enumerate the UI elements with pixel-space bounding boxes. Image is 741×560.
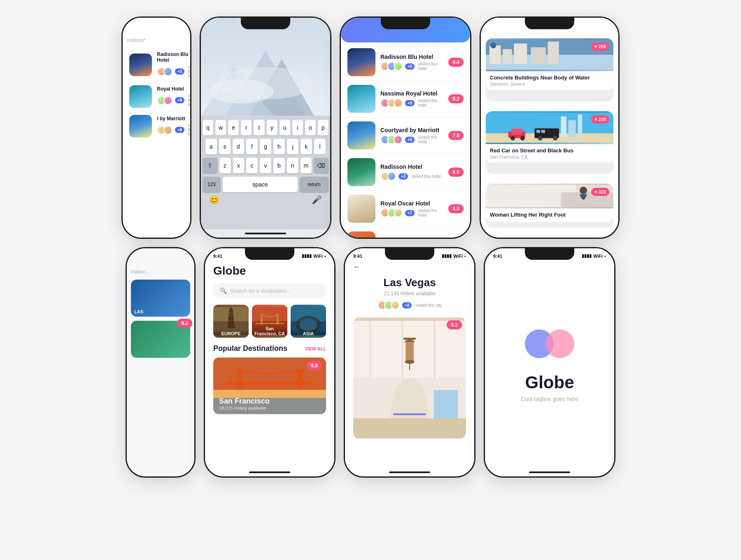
hotel-list-item[interactable]: Nassima Royal Hotel +9 visited this hote… — [341, 81, 470, 117]
venn-diagram — [525, 327, 574, 360]
popular-title: Popular Destinations — [213, 344, 287, 353]
phone-notch — [245, 248, 294, 260]
battery-icon: ▪ — [464, 254, 466, 259]
search-partial: ination... — [131, 269, 190, 275]
key-n[interactable]: n — [287, 158, 298, 173]
keyboard-phone: q w e r t y u i o p a s d f g h — [200, 16, 331, 239]
shift-key[interactable]: ⇧ — [203, 158, 217, 173]
key-f[interactable]: f — [246, 139, 258, 154]
hotel-list-item[interactable]: Radisson Blu Hotel +5 visited this hotel… — [341, 44, 470, 80]
hotel-rating: 7.8 — [448, 131, 464, 140]
continent-asia[interactable]: ASIA — [291, 305, 326, 338]
back-button[interactable]: ← — [353, 263, 466, 271]
view-all-button[interactable]: VIEW ALL — [305, 346, 326, 351]
hotel-list-item[interactable]: Radisson Hotel +3 visited this hotel 6.0 — [341, 154, 470, 190]
svg-rect-69 — [353, 418, 466, 439]
hotel-thumb — [347, 121, 375, 149]
key-q[interactable]: q — [203, 120, 213, 135]
phone-notch — [525, 248, 574, 260]
visited-label: visited this hotel — [418, 135, 443, 144]
rating-badge: 9.2 — [177, 319, 192, 328]
visitor-count: +6 — [175, 127, 184, 133]
card-subtitle-2: San Francisco, CA — [490, 154, 609, 159]
wifi-icon: WiFi — [453, 254, 463, 259]
avatar — [394, 208, 403, 217]
visitor-count: +8 — [402, 302, 412, 308]
home-indicator — [389, 471, 430, 473]
hotel-name: Nassima Royal Hotel — [380, 90, 443, 97]
avatar — [394, 135, 403, 144]
key-s[interactable]: s — [219, 139, 231, 154]
home-indicator — [529, 471, 570, 473]
page-subtitle: inations* — [127, 37, 186, 43]
svg-rect-51 — [298, 370, 303, 388]
visitor-count: +6 — [405, 137, 415, 143]
key-v[interactable]: v — [260, 158, 271, 173]
hotel-list-item[interactable]: Courtyard by Marriott +6 visited this ho… — [341, 117, 470, 154]
destination-hotels: 18,015 Hotels available — [219, 406, 270, 411]
search-bar[interactable]: 🔍 Search for a destination... — [213, 283, 326, 298]
continent-america[interactable]: San Francisco, CA — [252, 305, 287, 338]
svg-rect-20 — [511, 128, 522, 134]
key-h[interactable]: h — [273, 139, 285, 154]
destination-card-sf[interactable]: San Francisco 18,015 Hotels available 8.… — [213, 357, 326, 415]
visitor-count: +7 — [405, 210, 415, 216]
key-p[interactable]: p — [318, 120, 329, 135]
hotel-rating: 8.4 — [448, 58, 464, 67]
key-k[interactable]: k — [301, 139, 312, 154]
globe-main-phone: 9:41 ▮▮▮▮ WiFi ▪ Globe 🔍 Search for a de… — [204, 247, 336, 478]
key-j[interactable]: j — [287, 139, 298, 154]
key-a[interactable]: a — [205, 139, 217, 154]
visited-label: visited this hotel — [188, 93, 191, 107]
key-w[interactable]: w — [215, 120, 226, 135]
numbers-key[interactable]: 123 — [203, 177, 221, 192]
card-title-3: Woman Lifting Her Right Foot — [490, 212, 609, 218]
key-i[interactable]: i — [292, 120, 303, 135]
key-g[interactable]: g — [260, 139, 271, 154]
card-title-2: Red Car on Street and Black Bus — [490, 147, 609, 154]
key-u[interactable]: u — [280, 120, 290, 135]
key-l[interactable]: l — [314, 139, 326, 154]
hotel-thumb — [347, 158, 375, 186]
avatar — [394, 62, 403, 71]
mic-icon[interactable]: 🎤 — [312, 195, 322, 205]
key-b[interactable]: b — [273, 158, 285, 173]
photo-card[interactable]: ♥ 220 Red Car on Street and Black Bus Sa… — [486, 111, 613, 174]
signal-icon: ▮▮▮▮ — [442, 253, 452, 259]
continent-europe[interactable]: EUROPE — [213, 305, 249, 338]
key-d[interactable]: d — [233, 139, 244, 154]
svg-rect-10 — [514, 44, 527, 64]
app-title: Globe — [213, 264, 326, 278]
like-badge-1: ♥ 206 — [591, 42, 609, 51]
continent-label-europe: EUROPE — [213, 329, 249, 338]
space-key[interactable]: space — [223, 177, 298, 192]
key-r[interactable]: r — [241, 120, 252, 135]
emoji-icon[interactable]: 😊 — [209, 195, 219, 205]
svg-point-5 — [209, 79, 274, 103]
svg-rect-24 — [536, 130, 540, 133]
key-y[interactable]: y — [267, 120, 277, 135]
hotel-list-item[interactable]: Marriott Hotel 7.8 — [341, 227, 470, 238]
destination-rating: 8.9 — [307, 361, 322, 370]
key-c[interactable]: c — [246, 158, 258, 173]
svg-rect-65 — [405, 342, 414, 362]
svg-point-31 — [580, 187, 587, 194]
wifi-icon: WiFi — [313, 254, 323, 259]
key-x[interactable]: x — [233, 158, 245, 173]
key-e[interactable]: e — [228, 120, 239, 135]
hotel-thumb — [347, 195, 375, 223]
photo-card[interactable]: ♥ 206 Concrete Buildings Near Body of Wa… — [486, 38, 613, 101]
key-t[interactable]: t — [254, 120, 264, 135]
home-indicator — [245, 233, 286, 234]
heart-icon: ♥ — [594, 44, 597, 49]
key-o[interactable]: o — [305, 120, 316, 135]
return-key[interactable]: return — [300, 177, 329, 192]
key-m[interactable]: m — [301, 158, 312, 173]
hotel-detail-card[interactable]: 9.2 — [353, 316, 466, 440]
delete-key[interactable]: ⌫ — [314, 158, 329, 173]
key-z[interactable]: z — [219, 158, 231, 173]
hotel-list-item[interactable]: Royal Oscar Hotel +7 visited this hotel … — [341, 191, 470, 227]
svg-point-27 — [553, 136, 557, 140]
photo-card[interactable]: ♥ 323 Woman Lifting Her Right Foot — [486, 184, 613, 228]
svg-rect-61 — [401, 317, 403, 378]
